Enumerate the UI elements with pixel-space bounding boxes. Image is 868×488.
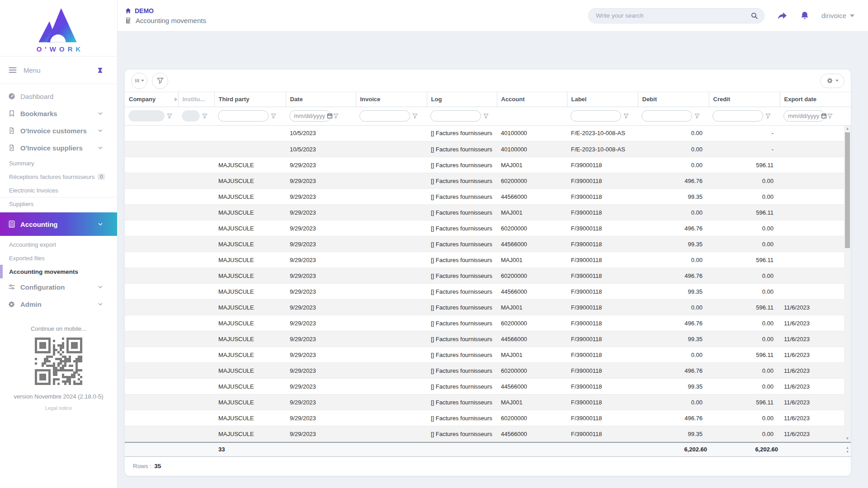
table-row[interactable]: MAJUSCULE9/29/2023[] Factures fournisseu…: [125, 252, 844, 268]
filter-funnel-icon[interactable]: [167, 113, 172, 119]
table-row[interactable]: MAJUSCULE9/29/2023[] Factures fournisseu…: [125, 221, 844, 236]
column-header-credit[interactable]: Credit: [709, 92, 780, 107]
column-expander-icon[interactable]: [175, 97, 178, 101]
filter-funnel-icon[interactable]: [202, 113, 208, 119]
cell-company: [125, 268, 178, 284]
filter-date-date-input[interactable]: mm/dd/yyyy: [289, 110, 331, 122]
table-row[interactable]: MAJUSCULE9/29/2023[] Factures fournisseu…: [125, 236, 844, 252]
filter-credit-input[interactable]: [712, 110, 763, 122]
column-header-institution[interactable]: Institu...: [178, 92, 214, 107]
search-icon[interactable]: [750, 12, 758, 19]
column-header-log[interactable]: Log: [427, 92, 497, 107]
table-row[interactable]: MAJUSCULE9/29/2023[] Factures fournisseu…: [125, 426, 844, 442]
notifications-button[interactable]: [800, 10, 810, 21]
cell-export_date: [780, 268, 844, 284]
filter-button[interactable]: [152, 73, 168, 89]
sidebar-item-suppliers[interactable]: Suppliers: [0, 197, 117, 211]
sidebar-item-bookmarks[interactable]: Bookmarks: [0, 105, 117, 122]
filter-label-input[interactable]: [571, 110, 621, 122]
cell-institution: [178, 347, 214, 363]
sidebar-item-accounting-export[interactable]: Accounting export: [0, 238, 117, 251]
search-input[interactable]: [596, 12, 750, 19]
filter-funnel-icon[interactable]: [694, 113, 700, 119]
filter-debit-input[interactable]: [642, 110, 692, 122]
cell-log: [] Factures fournisseurs: [427, 141, 497, 157]
cell-account: 60200000: [497, 268, 567, 284]
table-row[interactable]: MAJUSCULE9/29/2023[] Factures fournisseu…: [125, 205, 844, 221]
sidebar-item-receptions-factures-fournisseurs[interactable]: Réceptions factures fournisseurs0: [0, 170, 117, 183]
table-row[interactable]: MAJUSCULE9/29/2023[] Factures fournisseu…: [125, 268, 844, 284]
cell-account: MAJ001: [497, 300, 567, 315]
table-row[interactable]: MAJUSCULE9/29/2023[] Factures fournisseu…: [125, 331, 844, 347]
sidebar-item-summary[interactable]: Summary: [0, 156, 117, 170]
filter-export_date-date-input[interactable]: mm/dd/yyyy: [783, 110, 825, 122]
sidebar-item-accounting-movements[interactable]: Accounting movements: [0, 265, 117, 278]
cell-date: 9/29/2023: [286, 252, 356, 268]
vertical-scrollbar[interactable]: ▲ ▼: [844, 126, 851, 442]
filter-funnel-icon[interactable]: [412, 113, 418, 119]
filter-funnel-icon[interactable]: [827, 113, 833, 119]
filter-funnel-icon[interactable]: [483, 113, 489, 119]
sidebar-item-dashboard[interactable]: Dashboard: [0, 88, 117, 105]
table-row[interactable]: MAJUSCULE9/29/2023[] Factures fournisseu…: [125, 394, 844, 410]
filter-funnel-icon[interactable]: [333, 113, 339, 119]
mini-up-arrow[interactable]: ▲: [846, 446, 849, 449]
mini-down-arrow[interactable]: ▼: [846, 450, 849, 453]
column-header-company[interactable]: Company: [125, 92, 178, 107]
table-row[interactable]: MAJUSCULE9/29/2023[] Factures fournisseu…: [125, 347, 844, 363]
table-row[interactable]: MAJUSCULE9/29/2023[] Factures fournisseu…: [125, 284, 844, 300]
sidebar-item-configuration[interactable]: Configuration: [0, 278, 117, 296]
column-header-label[interactable]: Label: [567, 92, 638, 107]
column-header-debit[interactable]: Debit: [638, 92, 709, 107]
table-row[interactable]: MAJUSCULE9/29/2023[] Factures fournisseu…: [125, 173, 844, 189]
scroll-up-arrow[interactable]: ▲: [844, 126, 851, 132]
sidebar-item-oinvoice-suppliers[interactable]: O'Invoice suppliers: [0, 139, 117, 156]
table-row[interactable]: 10/5/2023[] Factures fournisseurs4010000…: [125, 126, 844, 141]
hamburger-icon[interactable]: [8, 66, 17, 75]
filter-funnel-icon[interactable]: [623, 113, 629, 119]
column-header-export_date[interactable]: Export date: [780, 92, 851, 107]
totals-scroll-arrows[interactable]: ▲ ▼: [844, 442, 851, 457]
scroll-down-arrow[interactable]: ▼: [844, 436, 851, 442]
columns-button[interactable]: [131, 73, 147, 89]
table-row[interactable]: MAJUSCULE9/29/2023[] Factures fournisseu…: [125, 379, 844, 394]
sidebar-item-label: Exported files: [9, 255, 45, 262]
filter-cell-invoice: [356, 107, 427, 125]
filter-funnel-icon[interactable]: [765, 113, 771, 119]
user-menu[interactable]: dinvoice: [821, 12, 854, 19]
sidebar-item-accounting[interactable]: Accounting: [0, 212, 117, 236]
sidebar-item-admin[interactable]: Admin: [0, 296, 117, 313]
cell-debit: 99.35: [638, 236, 709, 252]
column-header-label: Export date: [784, 96, 817, 103]
table-row[interactable]: MAJUSCULE9/29/2023[] Factures fournisseu…: [125, 363, 844, 379]
table-row[interactable]: MAJUSCULE9/29/2023[] Factures fournisseu…: [125, 157, 844, 173]
share-button[interactable]: [776, 10, 788, 21]
pin-icon[interactable]: [97, 67, 104, 74]
cell-credit: 0.00: [709, 173, 780, 189]
filter-log-input[interactable]: [430, 110, 481, 122]
table-row[interactable]: MAJUSCULE9/29/2023[] Factures fournisseu…: [125, 410, 844, 426]
sidebar-item-oinvoice-customers[interactable]: O'Invoice customers: [0, 122, 117, 139]
breadcrumb-root[interactable]: DEMO: [125, 7, 206, 14]
filter-funnel-icon[interactable]: [271, 113, 276, 119]
table-row[interactable]: MAJUSCULE9/29/2023[] Factures fournisseu…: [125, 189, 844, 205]
cell-export_date: [780, 252, 844, 268]
sidebar-item-exported-files[interactable]: Exported files: [0, 251, 117, 265]
cell-credit: 0.00: [709, 379, 780, 394]
table-row[interactable]: 10/5/2023[] Factures fournisseurs4010000…: [125, 141, 844, 157]
sidebar-item-electronic-invoices[interactable]: Electronic Invoices: [0, 183, 117, 197]
table-row[interactable]: MAJUSCULE9/29/2023[] Factures fournisseu…: [125, 315, 844, 331]
table-row[interactable]: MAJUSCULE9/29/2023[] Factures fournisseu…: [125, 300, 844, 315]
filter-third_party-input[interactable]: [218, 110, 269, 122]
scrollbar-thumb[interactable]: [845, 132, 850, 248]
column-header-account[interactable]: Account: [497, 92, 567, 107]
filter-invoice-input[interactable]: [359, 110, 410, 122]
cell-account: MAJ001: [497, 205, 567, 221]
column-header-date[interactable]: Date: [286, 92, 356, 107]
settings-button[interactable]: [820, 74, 844, 88]
legal-notice-link[interactable]: Legal notice: [45, 405, 72, 411]
total-log: [427, 442, 497, 456]
total-invoice: [356, 442, 427, 456]
column-header-invoice[interactable]: Invoice: [356, 92, 427, 107]
column-header-third_party[interactable]: Third party: [214, 92, 286, 107]
